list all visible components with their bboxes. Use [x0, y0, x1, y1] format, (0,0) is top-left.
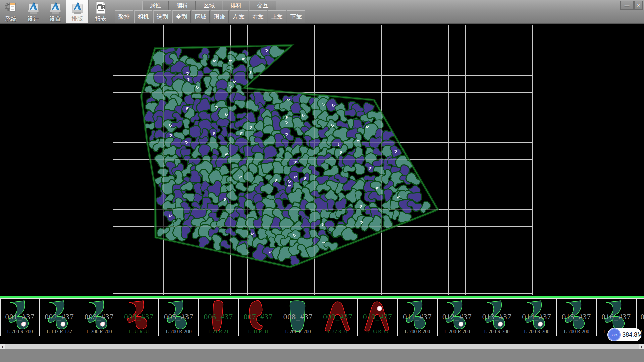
piece-lr-label: L:33 R:33	[358, 329, 397, 335]
main-button-5[interactable]: 报表	[90, 0, 112, 23]
menu-item-3[interactable]: 区域	[196, 1, 222, 10]
gear-icon	[5, 1, 17, 14]
piece-hole	[498, 322, 503, 326]
menu-item-4[interactable]: 排料	[223, 1, 249, 10]
piece-id-label: 003_#37	[79, 313, 119, 321]
main-button-label: 排版	[66, 15, 88, 23]
tool-button-6[interactable]: 瑕疵	[211, 10, 229, 23]
tool-button-7[interactable]: 左靠	[230, 10, 248, 23]
piece-cell-2[interactable]: 002_#37L:132 R:132	[40, 299, 80, 336]
main-button-label: 系统	[0, 15, 22, 23]
piece-id-label: 016_#37	[597, 313, 636, 321]
piece-cell-12[interactable]: 012_#37L:200 R:200	[438, 299, 478, 336]
tool-button-10[interactable]: 下靠	[287, 10, 305, 23]
piece-lr-label: L:200 R:200	[557, 329, 596, 335]
tool-button-4[interactable]: 全割	[172, 10, 191, 23]
piece-cell-6[interactable]: 006_#37L:21 R:21	[199, 299, 239, 336]
piece-id-label: 006_#37	[199, 313, 238, 321]
piece-id-label: 009_#37	[318, 313, 358, 321]
main-button-label: 报表	[90, 15, 112, 23]
piece-lr-label: L:31 R:31	[239, 329, 278, 335]
main-button-3[interactable]: 设置	[44, 0, 66, 23]
menu-item-1[interactable]: 属性	[142, 1, 169, 10]
close-button[interactable]: ✕	[634, 1, 643, 10]
piece-id-label: 004_#37	[119, 313, 159, 321]
menu-item-5[interactable]: 交互	[250, 1, 276, 10]
piece-lr-label: L:200 R:200	[438, 329, 477, 335]
set-square-icon	[27, 1, 40, 14]
piece-cell-7[interactable]: 007_#37L:31 R:31	[239, 299, 279, 336]
piece-cell-10[interactable]: 010_#37L:33 R:33	[358, 299, 398, 336]
window-chrome-bottom	[0, 349, 644, 362]
pieces-strip: 001_#37L:700 R:700002_#37L:132 R:132003_…	[0, 296, 644, 344]
piece-lr-label: L:700 R:700	[1, 329, 39, 335]
tool-button-row: 聚排相机选割全割区域瑕疵左靠右靠上靠下靠	[115, 10, 306, 23]
piece-lr-label: L:200 R:200	[79, 329, 119, 335]
piece-id-label: 007_#37	[239, 313, 278, 321]
piece-lr-label: L:200 R:200	[517, 329, 556, 335]
set-square-icon	[71, 1, 84, 14]
piece-hole	[21, 322, 26, 326]
piece-id-label: 010_#37	[358, 313, 397, 321]
piece-hole	[538, 322, 542, 326]
piece-lr-label: L:21 R:21	[199, 329, 238, 335]
piece-cell-1[interactable]: 001_#37L:700 R:700	[0, 299, 40, 336]
piece-cell-11[interactable]: 011_#37L:200 R:200	[398, 299, 438, 336]
piece-id-label: 008_#37	[278, 313, 318, 321]
piece-lr-label: L:200 R:200	[398, 329, 437, 335]
piece-lr-label: L:132 R:132	[40, 329, 79, 335]
tool-button-9[interactable]: 上靠	[268, 10, 286, 23]
scroll-right-arrow-icon[interactable]: ›	[639, 344, 644, 349]
menu-bar: 属性编辑区域排料交互	[142, 1, 276, 10]
tool-button-8[interactable]: 右靠	[249, 10, 267, 23]
piece-hole	[101, 322, 105, 326]
piece-cell-15[interactable]: 015_#37L:200 R:200	[557, 299, 597, 336]
progress-percent-badge: 38%	[608, 328, 621, 341]
piece-id-label: 013_#37	[477, 313, 517, 321]
main-button-label: 设置	[44, 15, 66, 23]
window-controls: — ✕	[620, 1, 643, 10]
piece-cell-9[interactable]: 009_#37L:32 R:31	[318, 299, 358, 336]
piece-id-label: 015_#37	[557, 313, 596, 321]
nested-hide-layout[interactable]	[0, 24, 644, 296]
piece-id-label: 014_#37	[517, 313, 556, 321]
piece-cell-13[interactable]: 013_#37L:200 R:200	[477, 299, 517, 336]
tool-button-2[interactable]: 相机	[134, 10, 152, 23]
toolbar: 系统设计设置排版报表 属性编辑区域排料交互 聚排相机选割全割区域瑕疵左靠右靠上靠…	[0, 0, 644, 24]
piece-cell-3[interactable]: 003_#37L:200 R:200	[79, 299, 119, 336]
piece-lr-label: L:200 R:200	[477, 329, 517, 335]
piece-lr-label: L:32 R:31	[318, 329, 358, 335]
nested-pieces	[142, 43, 432, 266]
piece-id-label: 011_#37	[398, 313, 437, 321]
piece-cell-4[interactable]: 004_#37L:31 R:31	[119, 299, 159, 336]
tool-button-5[interactable]: 区域	[192, 10, 210, 23]
piece-id-label: 005_#37	[159, 313, 198, 321]
piece-hole	[377, 306, 382, 311]
piece-id-label: 0	[637, 313, 644, 321]
piece-thumbnail-list: 001_#37L:700 R:700002_#37L:132 R:132003_…	[0, 298, 644, 336]
main-button-1[interactable]: 系统	[0, 0, 22, 23]
set-square-icon	[49, 1, 62, 14]
piece-cell-14[interactable]: 014_#37L:200 R:200	[517, 299, 557, 336]
nesting-canvas[interactable]	[0, 24, 644, 296]
main-button-4[interactable]: 排版	[66, 0, 89, 23]
piece-cell-5[interactable]: 005_#37L:200 R:200	[159, 299, 199, 336]
piece-cell-8[interactable]: 008_#37L:200 R:200	[278, 299, 318, 336]
tool-button-1[interactable]: 聚排	[115, 10, 133, 23]
piece-id-label: 001_#37	[1, 313, 39, 321]
main-button-2[interactable]: 设计	[22, 0, 44, 23]
piece-lr-label: L:200 R:200	[278, 329, 318, 335]
menu-item-2[interactable]: 编辑	[169, 1, 196, 10]
main-toolbar-buttons: 系统设计设置排版报表	[0, 0, 112, 23]
main-button-label: 设计	[22, 15, 44, 23]
scroll-left-arrow-icon[interactable]: ‹	[0, 344, 5, 349]
piece-id-label: 012_#37	[438, 313, 477, 321]
tool-button-3[interactable]: 选割	[153, 10, 171, 23]
horizontal-scrollbar[interactable]: ‹ ›	[0, 344, 644, 349]
memory-usage-label: 384.8M	[622, 328, 642, 341]
status-badge: 38% 384.8M	[607, 328, 641, 341]
piece-hole	[459, 322, 463, 326]
report-icon	[95, 1, 107, 14]
minimize-button[interactable]: —	[620, 1, 634, 10]
application-window: 系统设计设置排版报表 属性编辑区域排料交互 聚排相机选割全割区域瑕疵左靠右靠上靠…	[0, 0, 644, 362]
